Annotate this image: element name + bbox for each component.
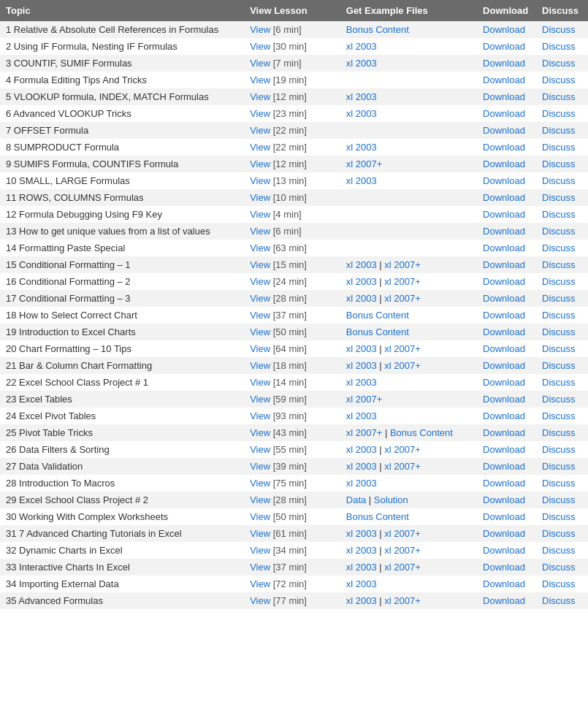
view-link[interactable]: View xyxy=(250,343,270,354)
discuss-link[interactable]: Discuss xyxy=(542,310,576,321)
discuss-link[interactable]: Discuss xyxy=(542,444,576,455)
view-link[interactable]: View xyxy=(250,226,270,237)
discuss-link[interactable]: Discuss xyxy=(542,461,576,472)
file-link[interactable]: Solution xyxy=(374,494,408,505)
discuss-link[interactable]: Discuss xyxy=(542,108,576,119)
download-link[interactable]: Download xyxy=(483,209,525,220)
view-link[interactable]: View xyxy=(250,158,270,169)
view-link[interactable]: View xyxy=(250,41,270,52)
download-link[interactable]: Download xyxy=(483,175,525,186)
file-link[interactable]: xl 2003 xyxy=(346,478,377,489)
discuss-link[interactable]: Discuss xyxy=(542,41,576,52)
download-link[interactable]: Download xyxy=(483,444,525,455)
download-link[interactable]: Download xyxy=(483,259,525,270)
view-link[interactable]: View xyxy=(250,494,270,505)
download-link[interactable]: Download xyxy=(483,192,525,203)
download-link[interactable]: Download xyxy=(483,511,525,522)
view-link[interactable]: View xyxy=(250,595,270,606)
view-link[interactable]: View xyxy=(250,310,270,321)
discuss-link[interactable]: Discuss xyxy=(542,343,576,354)
file-link[interactable]: xl 2003 xyxy=(346,259,377,270)
download-link[interactable]: Download xyxy=(483,528,525,539)
download-link[interactable]: Download xyxy=(483,108,525,119)
discuss-link[interactable]: Discuss xyxy=(542,562,576,573)
view-link[interactable]: View xyxy=(250,125,270,136)
file-link[interactable]: xl 2003 xyxy=(346,377,377,388)
download-link[interactable]: Download xyxy=(483,91,525,102)
file-link[interactable]: Bonus Content xyxy=(346,326,409,337)
download-link[interactable]: Download xyxy=(483,58,525,69)
view-link[interactable]: View xyxy=(250,427,270,438)
file-link[interactable]: xl 2003 xyxy=(346,41,377,52)
download-link[interactable]: Download xyxy=(483,276,525,287)
download-link[interactable]: Download xyxy=(483,343,525,354)
view-link[interactable]: View xyxy=(250,377,270,388)
download-link[interactable]: Download xyxy=(483,461,525,472)
download-link[interactable]: Download xyxy=(483,595,525,606)
view-link[interactable]: View xyxy=(250,276,270,287)
view-link[interactable]: View xyxy=(250,58,270,69)
view-link[interactable]: View xyxy=(250,478,270,489)
file-link[interactable]: xl 2003 xyxy=(346,58,377,69)
discuss-link[interactable]: Discuss xyxy=(542,192,576,203)
file-link[interactable]: xl 2003 xyxy=(346,293,377,304)
file-link[interactable]: xl 2007+ xyxy=(384,343,421,354)
file-link[interactable]: Data xyxy=(346,494,366,505)
discuss-link[interactable]: Discuss xyxy=(542,578,576,589)
download-link[interactable]: Download xyxy=(483,326,525,337)
view-link[interactable]: View xyxy=(250,192,270,203)
download-link[interactable]: Download xyxy=(483,578,525,589)
download-link[interactable]: Download xyxy=(483,377,525,388)
download-link[interactable]: Download xyxy=(483,360,525,371)
discuss-link[interactable]: Discuss xyxy=(542,175,576,186)
file-link[interactable]: Bonus Content xyxy=(346,24,409,35)
view-link[interactable]: View xyxy=(250,528,270,539)
file-link[interactable]: xl 2007+ xyxy=(346,394,383,405)
file-link[interactable]: xl 2007+ xyxy=(384,259,421,270)
discuss-link[interactable]: Discuss xyxy=(542,226,576,237)
file-link[interactable]: xl 2003 xyxy=(346,91,377,102)
download-link[interactable]: Download xyxy=(483,427,525,438)
view-link[interactable]: View xyxy=(250,578,270,589)
discuss-link[interactable]: Discuss xyxy=(542,377,576,388)
file-link[interactable]: xl 2007+ xyxy=(384,562,421,573)
file-link[interactable]: xl 2007+ xyxy=(346,427,383,438)
file-link[interactable]: xl 2003 xyxy=(346,175,377,186)
discuss-link[interactable]: Discuss xyxy=(542,276,576,287)
discuss-link[interactable]: Discuss xyxy=(542,24,576,35)
download-link[interactable]: Download xyxy=(483,494,525,505)
download-link[interactable]: Download xyxy=(483,293,525,304)
discuss-link[interactable]: Discuss xyxy=(542,242,576,253)
download-link[interactable]: Download xyxy=(483,478,525,489)
view-link[interactable]: View xyxy=(250,394,270,405)
download-link[interactable]: Download xyxy=(483,125,525,136)
discuss-link[interactable]: Discuss xyxy=(542,528,576,539)
file-link[interactable]: xl 2007+ xyxy=(384,528,421,539)
view-link[interactable]: View xyxy=(250,461,270,472)
file-link[interactable]: xl 2003 xyxy=(346,276,377,287)
file-link[interactable]: xl 2003 xyxy=(346,360,377,371)
file-link[interactable]: xl 2003 xyxy=(346,578,377,589)
view-link[interactable]: View xyxy=(250,444,270,455)
view-link[interactable]: View xyxy=(250,511,270,522)
discuss-link[interactable]: Discuss xyxy=(542,74,576,85)
view-link[interactable]: View xyxy=(250,74,270,85)
download-link[interactable]: Download xyxy=(483,242,525,253)
discuss-link[interactable]: Discuss xyxy=(542,595,576,606)
discuss-link[interactable]: Discuss xyxy=(542,209,576,220)
file-link[interactable]: Bonus Content xyxy=(390,427,453,438)
view-link[interactable]: View xyxy=(250,175,270,186)
view-link[interactable]: View xyxy=(250,242,270,253)
discuss-link[interactable]: Discuss xyxy=(542,410,576,421)
file-link[interactable]: xl 2003 xyxy=(346,444,377,455)
discuss-link[interactable]: Discuss xyxy=(542,91,576,102)
view-link[interactable]: View xyxy=(250,259,270,270)
view-link[interactable]: View xyxy=(250,293,270,304)
view-link[interactable]: View xyxy=(250,410,270,421)
file-link[interactable]: xl 2003 xyxy=(346,108,377,119)
file-link[interactable]: xl 2007+ xyxy=(384,461,421,472)
view-link[interactable]: View xyxy=(250,108,270,119)
discuss-link[interactable]: Discuss xyxy=(542,427,576,438)
discuss-link[interactable]: Discuss xyxy=(542,158,576,169)
discuss-link[interactable]: Discuss xyxy=(542,394,576,405)
